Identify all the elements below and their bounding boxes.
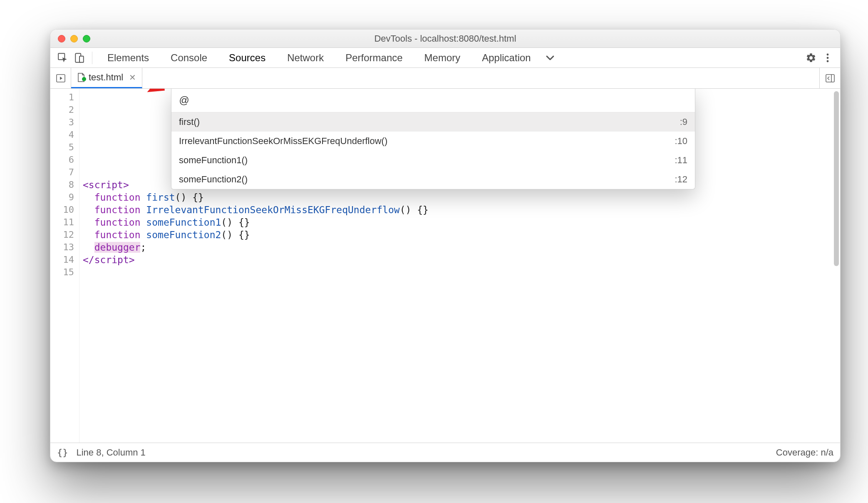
- settings-icon[interactable]: [803, 50, 819, 66]
- titlebar: DevTools - localhost:8080/test.html: [50, 30, 840, 48]
- line-number[interactable]: 15: [50, 266, 79, 279]
- svg-point-3: [827, 53, 829, 55]
- line-number[interactable]: 3: [50, 116, 79, 129]
- quick-open-item-label: first(): [179, 117, 200, 127]
- separator: [92, 52, 92, 64]
- quick-open-item-label: IrrelevantFunctionSeekOrMissEKGFreqUnder…: [179, 136, 387, 147]
- quick-open-input[interactable]: @: [171, 89, 695, 112]
- line-number[interactable]: 8: [50, 179, 79, 191]
- toggle-sidebar-icon[interactable]: [819, 68, 840, 88]
- resume-script-icon[interactable]: [50, 68, 71, 88]
- file-tab-bar: test.html ✕: [50, 68, 840, 89]
- tab-application[interactable]: Application: [471, 48, 541, 68]
- line-number[interactable]: 11: [50, 216, 79, 229]
- file-tab-label: test.html: [89, 72, 123, 83]
- quick-open-item-label: someFunction2(): [179, 174, 248, 185]
- close-tab-icon[interactable]: ✕: [129, 72, 136, 82]
- line-number[interactable]: 2: [50, 104, 79, 116]
- quick-open-item-location: :10: [675, 136, 687, 147]
- quick-open-list: first():9IrrelevantFunctionSeekOrMissEKG…: [171, 112, 695, 189]
- status-bar: {} Line 8, Column 1 Coverage: n/a: [50, 443, 840, 462]
- tab-elements[interactable]: Elements: [97, 48, 160, 68]
- svg-point-5: [827, 60, 829, 62]
- line-number[interactable]: 5: [50, 141, 79, 154]
- line-number[interactable]: 14: [50, 254, 79, 266]
- svg-rect-2: [79, 56, 84, 62]
- quick-open-item-location: :9: [680, 117, 687, 127]
- line-number[interactable]: 7: [50, 166, 79, 179]
- line-gutter: 123456789101112131415: [50, 89, 79, 443]
- tab-console[interactable]: Console: [160, 48, 218, 68]
- line-number[interactable]: 13: [50, 241, 79, 254]
- quick-open-popover: @ first():9IrrelevantFunctionSeekOrMissE…: [171, 89, 695, 189]
- quick-open-item[interactable]: someFunction2():12: [171, 170, 695, 189]
- more-tabs-icon[interactable]: [542, 50, 558, 66]
- tab-sources[interactable]: Sources: [218, 48, 276, 68]
- toolbar: ElementsConsoleSourcesNetworkPerformance…: [50, 48, 840, 68]
- file-tab[interactable]: test.html ✕: [71, 68, 142, 88]
- file-status-dot: [82, 77, 86, 81]
- device-toolbar-icon[interactable]: [71, 50, 88, 66]
- panel-tabs: ElementsConsoleSourcesNetworkPerformance…: [97, 48, 542, 68]
- inspect-element-icon[interactable]: [55, 50, 71, 66]
- coverage-status: Coverage: n/a: [776, 447, 833, 458]
- quick-open-item-location: :12: [675, 174, 687, 185]
- quick-open-item-label: someFunction1(): [179, 155, 248, 166]
- editor-area: 123456789101112131415 <script> function …: [50, 89, 840, 443]
- pretty-print-icon[interactable]: {}: [57, 447, 68, 458]
- line-number[interactable]: 4: [50, 129, 79, 141]
- editor-scrollbar[interactable]: [834, 91, 839, 266]
- quick-open-item[interactable]: IrrelevantFunctionSeekOrMissEKGFreqUnder…: [171, 132, 695, 151]
- cursor-position: Line 8, Column 1: [77, 447, 146, 458]
- line-number[interactable]: 10: [50, 204, 79, 216]
- devtools-window: DevTools - localhost:8080/test.html Elem…: [50, 29, 841, 462]
- kebab-menu-icon[interactable]: [819, 50, 836, 66]
- quick-open-item[interactable]: first():9: [171, 112, 695, 132]
- line-number[interactable]: 1: [50, 91, 79, 104]
- line-number[interactable]: 6: [50, 154, 79, 166]
- quick-open-item-location: :11: [675, 155, 687, 166]
- tab-network[interactable]: Network: [276, 48, 335, 68]
- quick-open-item[interactable]: someFunction1():11: [171, 151, 695, 170]
- line-number[interactable]: 12: [50, 229, 79, 241]
- window-title: DevTools - localhost:8080/test.html: [50, 33, 840, 44]
- svg-point-4: [827, 57, 829, 59]
- tab-performance[interactable]: Performance: [335, 48, 413, 68]
- line-number[interactable]: 9: [50, 191, 79, 204]
- tab-memory[interactable]: Memory: [414, 48, 471, 68]
